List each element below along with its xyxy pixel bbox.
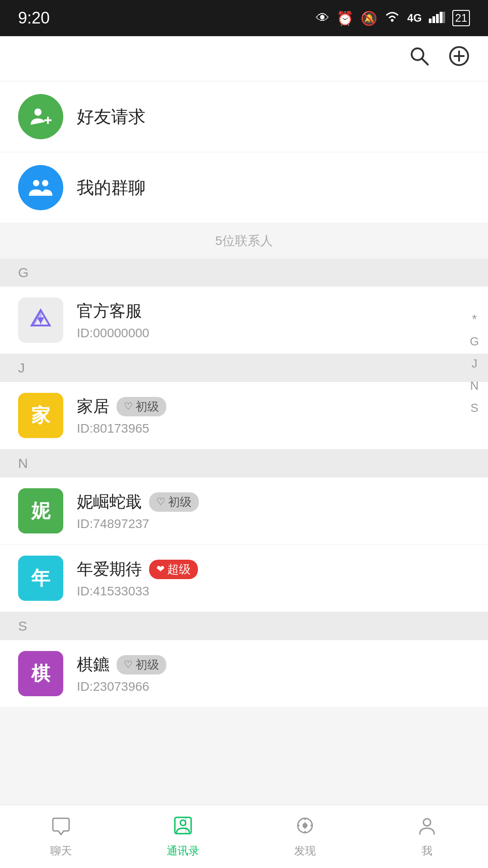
- level-badge-nian: ❤ 超级: [149, 560, 198, 579]
- contact-info-qi: 棋鑣 ♡ 初级 ID:23073966: [77, 654, 470, 694]
- svg-point-24: [423, 819, 431, 826]
- status-time: 9:20: [18, 9, 50, 28]
- contact-name-ni: 妮崛蛇戢: [77, 491, 142, 513]
- section-g: G 官方客服 ID:00000000: [0, 259, 488, 354]
- contact-info-ni: 妮崛蛇戢 ♡ 初级 ID:74897237: [77, 491, 470, 531]
- 4g-icon: 4G: [407, 12, 422, 24]
- contact-id-ni: ID:74897237: [77, 517, 149, 531]
- eye-icon: 👁: [316, 10, 329, 26]
- group-chat-label: 我的群聊: [77, 176, 145, 199]
- svg-point-6: [412, 48, 423, 60]
- svg-point-20: [180, 820, 186, 826]
- contact-avatar-ni: 妮: [18, 488, 63, 533]
- alarm-icon: ⏰: [337, 10, 353, 26]
- svg-point-14: [33, 180, 39, 186]
- contact-name-official: 官方客服: [77, 300, 142, 322]
- contact-id-jiaju: ID:80173965: [77, 421, 149, 435]
- svg-rect-5: [442, 12, 445, 23]
- contact-id-nian: ID:41533033: [77, 584, 149, 598]
- group-chat-avatar: [18, 165, 63, 210]
- contact-info-nian: 年爱期待 ❤ 超级 ID:41533033: [77, 558, 470, 599]
- status-icons: 👁 ⏰ 🔕 4G 21: [316, 10, 470, 26]
- mute-icon: 🔕: [361, 10, 377, 26]
- nav-me[interactable]: 我: [366, 816, 488, 858]
- quick-actions: 好友请求 我的群聊: [0, 81, 488, 223]
- section-header-g: G: [0, 259, 488, 287]
- nav-contacts-label: 通讯录: [167, 844, 199, 858]
- status-bar: 9:20 👁 ⏰ 🔕 4G: [0, 0, 488, 36]
- level-badge-qi: ♡ 初级: [117, 655, 166, 675]
- contact-info-official: 官方客服 ID:00000000: [77, 300, 470, 340]
- contact-name-nian: 年爱期待: [77, 558, 142, 580]
- contact-avatar-nian: 年: [18, 556, 63, 601]
- wifi-icon: [385, 10, 400, 26]
- group-chat-item[interactable]: 我的群聊: [0, 152, 488, 223]
- contact-ni[interactable]: 妮 妮崛蛇戢 ♡ 初级 ID:74897237: [0, 477, 488, 545]
- chat-icon: [51, 816, 71, 840]
- nav-chat-label: 聊天: [50, 844, 72, 858]
- contact-avatar-jiaju: 家: [18, 393, 63, 438]
- add-button[interactable]: [448, 45, 470, 72]
- nav-discover[interactable]: 发现: [244, 816, 366, 858]
- friend-request-avatar: [18, 94, 63, 139]
- index-s[interactable]: S: [470, 401, 478, 415]
- contacts-icon: [173, 816, 193, 840]
- contact-avatar-official: [18, 297, 63, 343]
- nav-chat[interactable]: 聊天: [0, 816, 122, 858]
- section-n: N 妮 妮崛蛇戢 ♡ 初级 ID:74897237 年 年爱期待 ❤: [0, 449, 488, 612]
- index-sidebar: * G J N S: [470, 312, 479, 415]
- contact-jiaju[interactable]: 家 家居 ♡ 初级 ID:80173965: [0, 382, 488, 449]
- section-header-s: S: [0, 612, 488, 640]
- index-j[interactable]: J: [471, 357, 477, 371]
- bottom-nav: 聊天 通讯录 发现: [0, 805, 488, 868]
- contact-avatar-qi: 棋: [18, 651, 63, 696]
- section-header-n: N: [0, 449, 488, 477]
- battery-icon: 21: [452, 10, 470, 26]
- svg-point-15: [42, 180, 48, 186]
- index-n[interactable]: N: [470, 379, 479, 393]
- level-badge-ni: ♡ 初级: [149, 492, 199, 512]
- section-header-j: J: [0, 354, 488, 382]
- svg-rect-1: [429, 19, 432, 23]
- nav-contacts[interactable]: 通讯录: [122, 816, 244, 858]
- friend-request-label: 好友请求: [77, 105, 145, 128]
- search-button[interactable]: [408, 45, 430, 72]
- contact-name-jiaju: 家居: [77, 396, 109, 418]
- svg-point-11: [34, 108, 42, 116]
- me-icon: [417, 816, 437, 840]
- contact-nian[interactable]: 年 年爱期待 ❤ 超级 ID:41533033: [0, 545, 488, 612]
- svg-rect-4: [440, 12, 442, 23]
- section-j: J 家 家居 ♡ 初级 ID:80173965: [0, 354, 488, 449]
- section-s: S 棋 棋鑣 ♡ 初级 ID:23073966: [0, 612, 488, 708]
- friend-request-item[interactable]: 好友请求: [0, 81, 488, 152]
- contact-name-qi: 棋鑣: [77, 654, 109, 676]
- contact-count: 5位联系人: [0, 223, 488, 259]
- svg-rect-2: [432, 16, 435, 23]
- nav-me-label: 我: [422, 844, 432, 858]
- nav-discover-label: 发现: [294, 844, 316, 858]
- level-badge-jiaju: ♡ 初级: [117, 397, 166, 416]
- svg-rect-3: [436, 14, 439, 23]
- discover-icon: [295, 816, 315, 840]
- index-star[interactable]: *: [472, 312, 477, 326]
- contact-id-qi: ID:23073966: [77, 679, 149, 693]
- index-g[interactable]: G: [470, 335, 479, 349]
- svg-point-0: [391, 19, 394, 22]
- contact-official-customer-service[interactable]: 官方客服 ID:00000000: [0, 287, 488, 354]
- contact-id-official: ID:00000000: [77, 326, 149, 340]
- svg-line-7: [422, 59, 428, 65]
- signal-icon: [429, 10, 445, 26]
- contact-qi[interactable]: 棋 棋鑣 ♡ 初级 ID:23073966: [0, 640, 488, 708]
- header: [0, 36, 488, 81]
- contact-info-jiaju: 家居 ♡ 初级 ID:80173965: [77, 396, 470, 436]
